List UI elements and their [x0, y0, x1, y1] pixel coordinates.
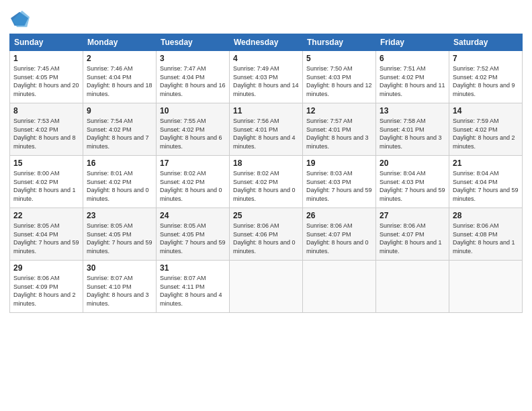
- calendar-cell: 23Sunrise: 8:05 AMSunset: 4:05 PMDayligh…: [83, 208, 157, 261]
- calendar-cell: [449, 261, 523, 313]
- day-info: Sunrise: 8:03 AMSunset: 4:03 PMDaylight:…: [306, 169, 372, 203]
- day-info: Sunrise: 8:07 AMSunset: 4:11 PMDaylight:…: [160, 274, 226, 308]
- day-info: Sunrise: 7:51 AMSunset: 4:02 PMDaylight:…: [380, 64, 445, 98]
- weekday-header-monday: Monday: [83, 34, 157, 51]
- calendar-cell: 9Sunrise: 7:54 AMSunset: 4:02 PMDaylight…: [83, 103, 157, 156]
- day-number: 14: [453, 106, 519, 116]
- calendar-cell: 28Sunrise: 8:06 AMSunset: 4:08 PMDayligh…: [449, 208, 523, 261]
- day-number: 16: [87, 158, 152, 168]
- calendar-cell: 1Sunrise: 7:45 AMSunset: 4:05 PMDaylight…: [10, 51, 83, 103]
- calendar-cell: 3Sunrise: 7:47 AMSunset: 4:04 PMDaylight…: [157, 51, 230, 103]
- day-number: 2: [87, 54, 152, 63]
- calendar-cell: 17Sunrise: 8:02 AMSunset: 4:02 PMDayligh…: [157, 156, 230, 208]
- day-number: 21: [453, 158, 519, 168]
- calendar-cell: 10Sunrise: 7:55 AMSunset: 4:02 PMDayligh…: [157, 103, 230, 156]
- day-number: 29: [13, 263, 79, 273]
- day-number: 23: [87, 211, 152, 220]
- calendar-cell: 16Sunrise: 8:01 AMSunset: 4:02 PMDayligh…: [83, 156, 157, 208]
- calendar-cell: 6Sunrise: 7:51 AMSunset: 4:02 PMDaylight…: [376, 51, 449, 103]
- day-info: Sunrise: 8:06 AMSunset: 4:06 PMDaylight:…: [233, 222, 299, 255]
- calendar-cell: 19Sunrise: 8:03 AMSunset: 4:03 PMDayligh…: [303, 156, 376, 208]
- calendar-cell: 5Sunrise: 7:50 AMSunset: 4:03 PMDaylight…: [303, 51, 376, 103]
- calendar-cell: 25Sunrise: 8:06 AMSunset: 4:06 PMDayligh…: [230, 208, 303, 261]
- page-container: SundayMondayTuesdayWednesdayThursdayFrid…: [0, 0, 532, 318]
- calendar-cell: 31Sunrise: 8:07 AMSunset: 4:11 PMDayligh…: [157, 261, 230, 313]
- week-row-4: 22Sunrise: 8:05 AMSunset: 4:04 PMDayligh…: [10, 208, 523, 261]
- day-number: 22: [13, 211, 79, 220]
- weekday-header-row: SundayMondayTuesdayWednesdayThursdayFrid…: [10, 34, 523, 51]
- day-info: Sunrise: 7:57 AMSunset: 4:01 PMDaylight:…: [306, 117, 372, 150]
- calendar-cell: 22Sunrise: 8:05 AMSunset: 4:04 PMDayligh…: [10, 208, 83, 261]
- day-number: 10: [160, 106, 226, 116]
- day-number: 28: [453, 211, 519, 220]
- weekday-header-tuesday: Tuesday: [157, 34, 230, 51]
- calendar-cell: [303, 261, 376, 313]
- day-number: 12: [306, 106, 372, 116]
- day-number: 15: [13, 158, 79, 168]
- day-info: Sunrise: 7:50 AMSunset: 4:03 PMDaylight:…: [306, 64, 372, 98]
- day-number: 20: [380, 158, 445, 168]
- calendar-cell: 2Sunrise: 7:46 AMSunset: 4:04 PMDaylight…: [83, 51, 157, 103]
- day-number: 18: [233, 158, 299, 168]
- weekday-header-saturday: Saturday: [449, 34, 523, 51]
- calendar-cell: 29Sunrise: 8:06 AMSunset: 4:09 PMDayligh…: [10, 261, 83, 313]
- week-row-3: 15Sunrise: 8:00 AMSunset: 4:02 PMDayligh…: [10, 156, 523, 208]
- day-number: 4: [233, 54, 299, 63]
- calendar-table: SundayMondayTuesdayWednesdayThursdayFrid…: [9, 34, 523, 313]
- day-info: Sunrise: 8:07 AMSunset: 4:10 PMDaylight:…: [87, 274, 152, 308]
- calendar-cell: 15Sunrise: 8:00 AMSunset: 4:02 PMDayligh…: [10, 156, 83, 208]
- calendar-cell: 14Sunrise: 7:59 AMSunset: 4:02 PMDayligh…: [449, 103, 523, 156]
- day-info: Sunrise: 8:04 AMSunset: 4:03 PMDaylight:…: [380, 169, 445, 203]
- week-row-1: 1Sunrise: 7:45 AMSunset: 4:05 PMDaylight…: [10, 51, 523, 103]
- day-number: 30: [87, 263, 152, 273]
- day-info: Sunrise: 8:02 AMSunset: 4:02 PMDaylight:…: [233, 169, 299, 203]
- day-info: Sunrise: 8:00 AMSunset: 4:02 PMDaylight:…: [13, 169, 79, 203]
- calendar-cell: [376, 261, 449, 313]
- day-number: 31: [160, 263, 226, 273]
- day-number: 26: [306, 211, 372, 220]
- page-header: [9, 7, 523, 28]
- calendar-cell: [230, 261, 303, 313]
- day-number: 17: [160, 158, 226, 168]
- day-number: 24: [160, 211, 226, 220]
- day-info: Sunrise: 8:05 AMSunset: 4:05 PMDaylight:…: [160, 222, 226, 255]
- day-info: Sunrise: 7:45 AMSunset: 4:05 PMDaylight:…: [13, 64, 79, 98]
- day-info: Sunrise: 8:06 AMSunset: 4:08 PMDaylight:…: [453, 222, 519, 255]
- day-number: 19: [306, 158, 372, 168]
- day-number: 3: [160, 54, 226, 63]
- calendar-cell: 26Sunrise: 8:06 AMSunset: 4:07 PMDayligh…: [303, 208, 376, 261]
- day-info: Sunrise: 7:47 AMSunset: 4:04 PMDaylight:…: [160, 64, 226, 98]
- calendar-cell: 8Sunrise: 7:53 AMSunset: 4:02 PMDaylight…: [10, 103, 83, 156]
- day-number: 27: [380, 211, 445, 220]
- logo: [9, 9, 30, 28]
- day-info: Sunrise: 8:04 AMSunset: 4:04 PMDaylight:…: [453, 169, 519, 203]
- calendar-cell: 7Sunrise: 7:52 AMSunset: 4:02 PMDaylight…: [449, 51, 523, 103]
- day-number: 9: [87, 106, 152, 116]
- day-info: Sunrise: 8:01 AMSunset: 4:02 PMDaylight:…: [87, 169, 152, 203]
- weekday-header-thursday: Thursday: [303, 34, 376, 51]
- calendar-cell: 11Sunrise: 7:56 AMSunset: 4:01 PMDayligh…: [230, 103, 303, 156]
- calendar-cell: 20Sunrise: 8:04 AMSunset: 4:03 PMDayligh…: [376, 156, 449, 208]
- day-info: Sunrise: 8:06 AMSunset: 4:07 PMDaylight:…: [380, 222, 445, 255]
- day-info: Sunrise: 7:58 AMSunset: 4:01 PMDaylight:…: [380, 117, 445, 150]
- calendar-cell: 30Sunrise: 8:07 AMSunset: 4:10 PMDayligh…: [83, 261, 157, 313]
- weekday-header-wednesday: Wednesday: [230, 34, 303, 51]
- calendar-cell: 12Sunrise: 7:57 AMSunset: 4:01 PMDayligh…: [303, 103, 376, 156]
- day-number: 1: [13, 54, 79, 63]
- day-info: Sunrise: 7:56 AMSunset: 4:01 PMDaylight:…: [233, 117, 299, 150]
- day-number: 13: [380, 106, 445, 116]
- calendar-cell: 13Sunrise: 7:58 AMSunset: 4:01 PMDayligh…: [376, 103, 449, 156]
- day-info: Sunrise: 7:49 AMSunset: 4:03 PMDaylight:…: [233, 64, 299, 98]
- logo-icon: [11, 9, 30, 28]
- day-info: Sunrise: 7:55 AMSunset: 4:02 PMDaylight:…: [160, 117, 226, 150]
- day-info: Sunrise: 7:53 AMSunset: 4:02 PMDaylight:…: [13, 117, 79, 150]
- day-info: Sunrise: 7:52 AMSunset: 4:02 PMDaylight:…: [453, 64, 519, 98]
- weekday-header-friday: Friday: [376, 34, 449, 51]
- day-info: Sunrise: 7:59 AMSunset: 4:02 PMDaylight:…: [453, 117, 519, 150]
- week-row-2: 8Sunrise: 7:53 AMSunset: 4:02 PMDaylight…: [10, 103, 523, 156]
- day-number: 7: [453, 54, 519, 63]
- day-info: Sunrise: 7:54 AMSunset: 4:02 PMDaylight:…: [87, 117, 152, 150]
- calendar-cell: 21Sunrise: 8:04 AMSunset: 4:04 PMDayligh…: [449, 156, 523, 208]
- day-number: 11: [233, 106, 299, 116]
- day-info: Sunrise: 8:06 AMSunset: 4:07 PMDaylight:…: [306, 222, 372, 255]
